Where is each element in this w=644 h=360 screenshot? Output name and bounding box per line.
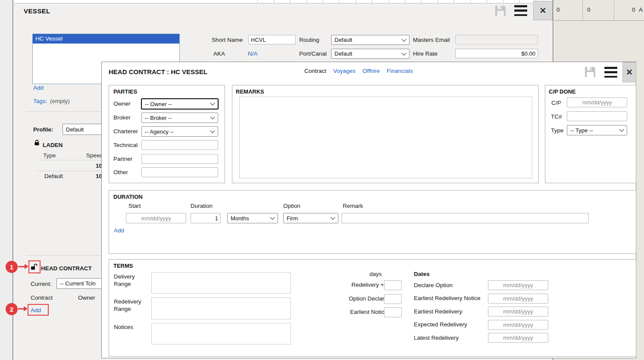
terms-title: TERMS bbox=[113, 263, 133, 269]
menu-icon bbox=[514, 5, 527, 7]
partner-input[interactable] bbox=[141, 154, 218, 164]
latest-redelivery-date-input[interactable] bbox=[488, 333, 548, 343]
window-title: VESSEL bbox=[24, 7, 50, 15]
tab-contract[interactable]: Contract bbox=[304, 68, 326, 74]
port-canal-label: Port/Canal bbox=[299, 50, 327, 57]
aka-link[interactable]: N/A bbox=[248, 50, 258, 57]
cp-done-title: C/P DONE bbox=[549, 88, 576, 95]
speed-value: 10 bbox=[66, 163, 102, 169]
redelivery-range-textarea[interactable] bbox=[151, 297, 291, 319]
grid-divider bbox=[582, 0, 583, 21]
earliest-notice-input[interactable] bbox=[384, 307, 402, 317]
owner-column-header: Owner bbox=[78, 294, 95, 301]
cp-date-input[interactable] bbox=[567, 97, 627, 107]
short-name-input[interactable] bbox=[248, 35, 296, 44]
step-1-highlight-box bbox=[28, 260, 41, 273]
menu-button[interactable] bbox=[604, 67, 617, 78]
earliest-redelivery-notice-date-input[interactable] bbox=[488, 294, 548, 304]
vessel-add-link[interactable]: Add bbox=[33, 85, 44, 91]
vessel-list-item[interactable]: HC Vessel bbox=[33, 34, 179, 44]
cp-label: C/P bbox=[551, 100, 561, 106]
cp-done-group: C/P DONE C/P TC# Type -- Type -- bbox=[545, 85, 636, 183]
close-button[interactable]: ✕ bbox=[622, 62, 636, 82]
menu-icon-bar bbox=[514, 9, 527, 12]
save-icon bbox=[584, 66, 597, 78]
tab-voyages[interactable]: Voyages bbox=[333, 68, 356, 74]
routing-select[interactable]: Default bbox=[331, 35, 410, 45]
days-label: days bbox=[369, 271, 382, 277]
earliest-notice-label: Earliest Notice bbox=[316, 309, 388, 315]
other-input[interactable] bbox=[141, 167, 218, 177]
step-1-arrow bbox=[18, 266, 25, 267]
duration-title: DURATION bbox=[113, 194, 143, 200]
tags-value: (empty) bbox=[50, 98, 70, 104]
broker-label: Broker bbox=[113, 114, 131, 121]
screen: 0 0 0 A VESSEL ✕ HC Vessel Add Tags bbox=[0, 0, 644, 360]
type-label: Type bbox=[551, 127, 563, 134]
routing-value: Default bbox=[335, 37, 352, 43]
charterer-select[interactable]: -- Agency -- bbox=[141, 126, 218, 137]
duration-group: DURATION Start Duration Option Remark Mo… bbox=[109, 190, 636, 254]
duration-start-input[interactable] bbox=[126, 213, 186, 223]
remarks-textarea[interactable] bbox=[239, 97, 532, 178]
menu-button[interactable] bbox=[514, 5, 527, 16]
menu-icon-bar bbox=[514, 14, 527, 16]
grid-cell: A bbox=[639, 6, 643, 13]
tc-label: TC# bbox=[551, 113, 562, 120]
redelivery-range-label: Redelivery Range bbox=[114, 298, 148, 313]
hire-rate-input[interactable] bbox=[455, 49, 538, 58]
grid-cell: 0 bbox=[632, 6, 635, 13]
latest-redelivery-label: Latest Redelivery bbox=[414, 335, 459, 341]
dialog-tabs: Contract Voyages Offhire Financials bbox=[304, 68, 413, 74]
notices-label: Notices bbox=[114, 324, 133, 330]
delivery-range-textarea[interactable] bbox=[151, 272, 291, 294]
tab-offhire[interactable]: Offhire bbox=[363, 68, 380, 74]
laden-lock-icon bbox=[34, 140, 40, 147]
technical-input[interactable] bbox=[141, 140, 218, 150]
technical-label: Technical bbox=[113, 142, 138, 148]
duration-option-select[interactable]: Firm bbox=[283, 213, 338, 223]
step-1-arrowhead bbox=[25, 264, 28, 269]
tc-number-input[interactable] bbox=[567, 111, 627, 121]
save-button[interactable] bbox=[494, 4, 507, 19]
option-declare-input[interactable] bbox=[384, 294, 402, 304]
notices-textarea[interactable] bbox=[151, 323, 291, 344]
close-icon: ✕ bbox=[626, 67, 633, 77]
terms-group: TERMS Delivery Range Redelivery Range No… bbox=[109, 259, 636, 357]
save-button[interactable] bbox=[584, 66, 597, 80]
earliest-redelivery-date-input[interactable] bbox=[488, 307, 548, 316]
head-contract-section-title: HEAD CONTRACT bbox=[41, 265, 92, 272]
table-divider bbox=[37, 160, 108, 160]
owner-select[interactable]: -- Owner -- bbox=[141, 98, 219, 110]
owner-value: -- Owner -- bbox=[145, 101, 172, 107]
remark-column-header: Remark bbox=[343, 203, 363, 209]
duration-add-link[interactable]: Add bbox=[114, 227, 124, 234]
tags-link[interactable]: Tags: bbox=[33, 98, 47, 104]
routing-label: Routing bbox=[299, 37, 319, 43]
tab-financials[interactable]: Financials bbox=[387, 68, 413, 74]
step-2-arrowhead bbox=[24, 306, 28, 311]
duration-remark-input[interactable] bbox=[341, 213, 589, 223]
current-contract-value: -- Current TcIn bbox=[60, 280, 96, 287]
earliest-redelivery-label: Earliest Redelivery bbox=[414, 308, 463, 315]
owner-label: Owner bbox=[113, 100, 131, 107]
redelivery-days-input[interactable] bbox=[384, 280, 402, 290]
type-value: -- Type -- bbox=[570, 127, 593, 134]
close-button[interactable]: ✕ bbox=[533, 1, 553, 20]
grid-cell: 0 bbox=[587, 6, 591, 13]
duration-value-input[interactable] bbox=[191, 213, 221, 223]
type-select[interactable]: -- Type -- bbox=[567, 125, 627, 135]
option-declare-label: Option Declare bbox=[316, 295, 388, 302]
save-icon bbox=[494, 4, 507, 17]
broker-select[interactable]: -- Broker -- bbox=[141, 113, 218, 123]
remarks-title: REMARKS bbox=[236, 88, 264, 95]
duration-unit-select[interactable]: Months bbox=[227, 213, 278, 223]
dialog-title: HEAD CONTRACT : HC VESSEL bbox=[109, 68, 207, 75]
parties-group: PARTIES Owner -- Owner -- Broker -- Brok… bbox=[109, 85, 225, 183]
masters-email-input[interactable] bbox=[455, 35, 538, 44]
port-canal-select[interactable]: Default bbox=[331, 49, 410, 59]
expected-redelivery-date-input[interactable] bbox=[488, 320, 548, 330]
declare-option-date-input[interactable] bbox=[488, 280, 548, 290]
toolbar-ticks bbox=[241, 0, 553, 3]
step-2-highlight-box bbox=[28, 304, 49, 316]
